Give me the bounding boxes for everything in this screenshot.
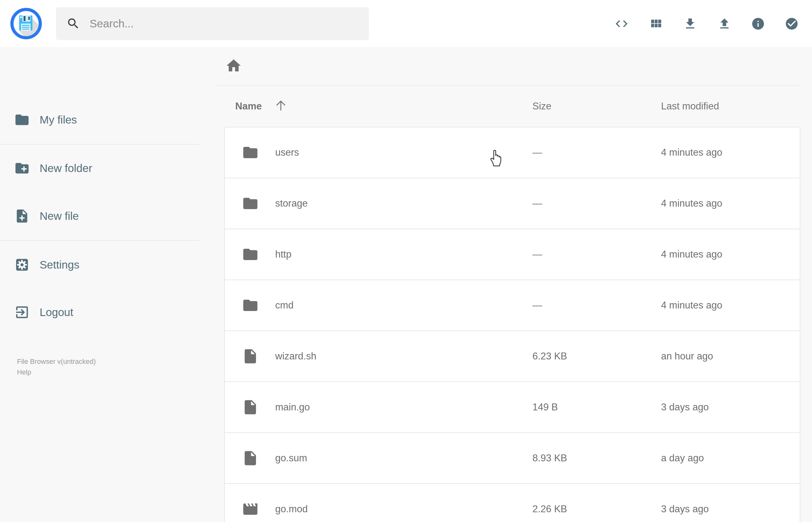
search-box bbox=[56, 7, 369, 40]
new-file-icon bbox=[14, 208, 30, 224]
file-name: wizard.sh bbox=[275, 350, 317, 362]
file-name: users bbox=[275, 147, 299, 158]
file-modified: 3 days ago bbox=[661, 402, 709, 413]
sidebar-divider bbox=[0, 144, 199, 145]
sidebar-item-logout[interactable]: Logout bbox=[14, 302, 73, 322]
file-size: — bbox=[532, 300, 542, 311]
file-name: cmd bbox=[275, 300, 294, 311]
sidebar-item-label: Logout bbox=[40, 306, 73, 319]
file-modified: 4 minutes ago bbox=[661, 249, 723, 260]
sidebar-item-label: New folder bbox=[40, 162, 92, 175]
row-type-icon bbox=[242, 348, 259, 365]
column-header-name[interactable]: Name bbox=[235, 101, 262, 112]
home-icon bbox=[225, 57, 242, 74]
app-version-text: File Browser v(untracked) bbox=[17, 356, 96, 367]
folder-icon bbox=[242, 195, 259, 212]
movie-icon bbox=[242, 501, 259, 518]
info-icon bbox=[751, 17, 765, 31]
search-input[interactable] bbox=[56, 7, 369, 40]
sidebar-item-label: My files bbox=[40, 114, 77, 126]
sidebar-item-label: New file bbox=[40, 210, 79, 222]
listing-row-wizard.sh[interactable]: wizard.sh 6.23 KB an hour ago bbox=[225, 331, 800, 382]
file-size: 8.93 KB bbox=[532, 453, 567, 464]
column-header-modified[interactable]: Last modified bbox=[661, 101, 719, 112]
file-size: 6.23 KB bbox=[532, 350, 567, 362]
file-name: http bbox=[275, 249, 291, 260]
row-type-icon bbox=[242, 399, 259, 416]
row-type-icon bbox=[242, 195, 259, 212]
sidebar-item-my-files[interactable]: My files bbox=[14, 110, 77, 129]
listing-row-http[interactable]: http — 4 minutes ago bbox=[225, 229, 800, 280]
sidebar-divider bbox=[0, 240, 199, 241]
listing-row-main.go[interactable]: main.go 149 B 3 days ago bbox=[225, 382, 800, 433]
download-icon bbox=[683, 17, 697, 31]
folder-icon bbox=[14, 112, 30, 128]
logout-icon bbox=[14, 304, 30, 320]
floppy-disk-icon bbox=[14, 11, 39, 36]
breadcrumb-home-button[interactable] bbox=[225, 57, 242, 74]
grid-view-icon bbox=[649, 17, 663, 31]
sidebar-item-label: Settings bbox=[40, 259, 79, 271]
file-size: 149 B bbox=[532, 402, 558, 413]
file-name: go.mod bbox=[275, 503, 308, 515]
file-size: — bbox=[532, 249, 542, 260]
file-modified: 4 minutes ago bbox=[661, 300, 723, 311]
top-header-bar bbox=[0, 0, 812, 47]
code-icon bbox=[614, 17, 629, 31]
folder-icon bbox=[242, 246, 259, 263]
file-icon bbox=[242, 399, 259, 416]
file-listing: users — 4 minutes ago storage — 4 minute… bbox=[224, 127, 800, 522]
upload-button[interactable] bbox=[717, 17, 731, 31]
breadcrumb-divider bbox=[216, 85, 800, 86]
row-type-icon bbox=[242, 246, 259, 263]
file-icon bbox=[242, 348, 259, 365]
row-type-icon bbox=[242, 144, 259, 161]
upload-icon bbox=[717, 17, 731, 31]
folder-icon bbox=[242, 144, 259, 161]
file-modified: a day ago bbox=[661, 453, 704, 464]
help-link[interactable]: Help bbox=[17, 367, 96, 378]
file-size: 2.26 KB bbox=[532, 503, 567, 515]
settings-icon bbox=[14, 257, 30, 273]
file-modified: 4 minutes ago bbox=[661, 198, 723, 209]
select-multiple-button[interactable] bbox=[785, 17, 799, 31]
row-type-icon bbox=[242, 297, 259, 314]
sidebar: My files New folder New file bbox=[0, 47, 199, 522]
file-size: — bbox=[532, 147, 542, 158]
column-header-size[interactable]: Size bbox=[532, 101, 551, 112]
new-folder-icon bbox=[14, 160, 30, 176]
sidebar-item-settings[interactable]: Settings bbox=[14, 255, 79, 275]
sidebar-item-new-file[interactable]: New file bbox=[14, 206, 79, 226]
filebrowser-app: { "app": {"name": "File Browser"}, "colo… bbox=[0, 0, 812, 522]
app-logo bbox=[11, 8, 42, 39]
switch-view-code-button[interactable] bbox=[614, 17, 629, 31]
folder-icon bbox=[242, 297, 259, 314]
file-name: storage bbox=[275, 198, 308, 209]
download-button[interactable] bbox=[683, 17, 697, 31]
listing-row-users[interactable]: users — 4 minutes ago bbox=[225, 127, 800, 178]
file-modified: 4 minutes ago bbox=[661, 147, 723, 158]
arrow-up-icon[interactable] bbox=[273, 98, 288, 114]
row-type-icon bbox=[242, 450, 259, 467]
sidebar-footer: File Browser v(untracked) Help bbox=[17, 356, 96, 378]
file-modified: 3 days ago bbox=[661, 503, 709, 515]
grid-view-button[interactable] bbox=[649, 17, 663, 31]
file-modified: an hour ago bbox=[661, 350, 713, 362]
listing-row-storage[interactable]: storage — 4 minutes ago bbox=[225, 178, 800, 229]
info-button[interactable] bbox=[751, 17, 765, 31]
listing-row-go.mod[interactable]: go.mod 2.26 KB 3 days ago bbox=[225, 484, 800, 522]
file-name: main.go bbox=[275, 402, 310, 413]
listing-row-cmd[interactable]: cmd — 4 minutes ago bbox=[225, 280, 800, 331]
file-name: go.sum bbox=[275, 453, 307, 464]
listing-row-go.sum[interactable]: go.sum 8.93 KB a day ago bbox=[225, 433, 800, 484]
file-icon bbox=[242, 450, 259, 467]
sidebar-item-new-folder[interactable]: New folder bbox=[14, 159, 92, 178]
file-size: — bbox=[532, 198, 542, 209]
select-check-icon bbox=[785, 17, 799, 31]
row-type-icon bbox=[242, 501, 259, 518]
